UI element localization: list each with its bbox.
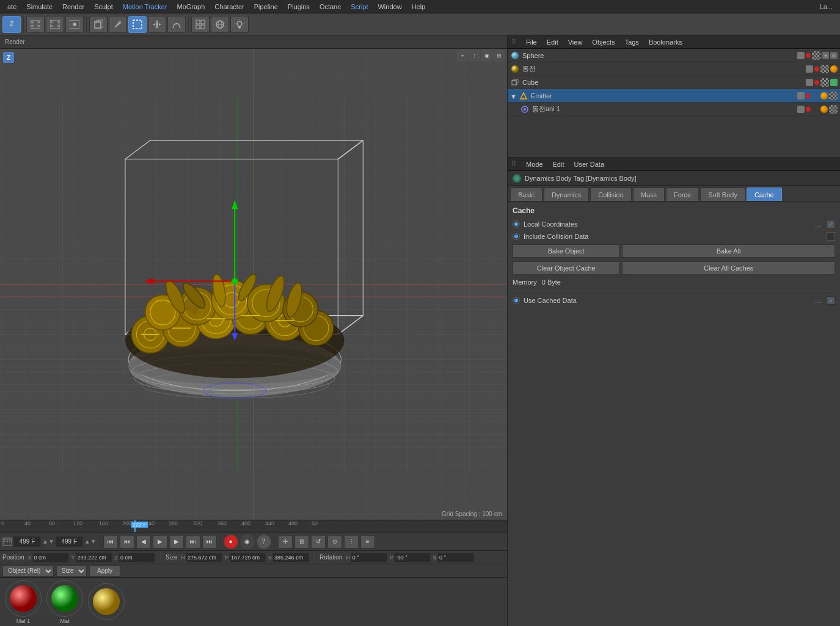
- timeline-area[interactable]: 0 40 80 120 160 200 240 280 320 360 400 …: [0, 520, 507, 532]
- include-collision-radio[interactable]: [513, 233, 520, 240]
- toolbar-cube-btn[interactable]: [89, 16, 108, 33]
- pb-next-frame[interactable]: ▶: [169, 535, 184, 548]
- pp-tab-softbody[interactable]: Soft Body: [700, 187, 745, 201]
- om-view[interactable]: View: [566, 38, 585, 46]
- pb-extra-4[interactable]: ⊙: [327, 535, 342, 548]
- om-sphere-tag-2[interactable]: ⊞: [830, 52, 838, 59]
- toolbar-select-btn[interactable]: [128, 16, 147, 33]
- pb-next-key[interactable]: ⏭: [186, 535, 200, 548]
- om-coinani-vis[interactable]: [797, 106, 805, 113]
- clear-object-cache-button[interactable]: Clear Object Cache: [513, 261, 619, 275]
- om-emitter-vis[interactable]: [797, 92, 805, 100]
- menu-window[interactable]: Window: [373, 0, 406, 13]
- toolbar-film-btn[interactable]: [26, 16, 45, 33]
- mat-1-swatch[interactable]: [5, 580, 42, 617]
- size-b-input[interactable]: [272, 553, 309, 562]
- om-cube-vis[interactable]: [806, 79, 813, 86]
- pb-prev-key[interactable]: ⏮: [120, 535, 134, 548]
- apply-button[interactable]: Apply: [89, 566, 120, 577]
- pb-extra-5[interactable]: ⋮: [344, 535, 359, 548]
- menu-layout[interactable]: La...: [815, 0, 838, 13]
- om-cube-row[interactable]: Cube: [508, 76, 840, 89]
- view-ctrl-2[interactable]: ↕: [469, 50, 480, 61]
- mat-3-swatch[interactable]: [88, 583, 125, 620]
- menu-pipeline[interactable]: Pipeline: [249, 0, 283, 13]
- toolbar-grid-btn[interactable]: [191, 16, 210, 33]
- om-coinani-row[interactable]: 동전ani 1: [508, 103, 840, 116]
- om-objects[interactable]: Objects: [590, 38, 617, 46]
- rot-h-input[interactable]: [351, 553, 387, 562]
- pb-extra-6[interactable]: ≡: [360, 535, 375, 548]
- viewport-canvas[interactable]: Z: [0, 49, 507, 520]
- menu-plugins[interactable]: Plugins: [283, 0, 315, 13]
- menu-motion-tracker[interactable]: Motion Tracker: [118, 0, 172, 13]
- toolbar-film-btn-2[interactable]: [46, 16, 64, 33]
- om-emitter-expand[interactable]: ▼: [510, 93, 516, 99]
- menu-character[interactable]: Character: [210, 0, 249, 13]
- bake-object-button[interactable]: Bake Object: [513, 244, 619, 258]
- pp-edit[interactable]: Edit: [550, 161, 567, 168]
- toolbar-light-btn[interactable]: [230, 16, 249, 33]
- pos-z-input[interactable]: [119, 553, 155, 562]
- pb-rec-pos[interactable]: ●: [224, 534, 238, 549]
- menu-mograph[interactable]: MoGraph: [172, 0, 210, 13]
- pp-mode[interactable]: Mode: [524, 161, 546, 168]
- rot-p-input[interactable]: [394, 553, 431, 562]
- pb-rec-rot[interactable]: ◉: [240, 534, 255, 549]
- pb-extra-2[interactable]: ⊞: [294, 535, 309, 548]
- menu-render[interactable]: Render: [57, 0, 89, 13]
- frame-field-2[interactable]: [56, 536, 83, 547]
- menu-octane[interactable]: Octane: [315, 0, 346, 13]
- pp-tab-cache[interactable]: Cache: [747, 187, 782, 201]
- om-coin-row[interactable]: 동전: [508, 62, 840, 76]
- om-edit[interactable]: Edit: [544, 38, 561, 46]
- mat-2-swatch[interactable]: [46, 580, 83, 617]
- toolbar-sphere-btn[interactable]: [211, 16, 229, 33]
- om-sphere-vis[interactable]: [797, 52, 805, 59]
- pb-skip-end[interactable]: ⏭: [202, 535, 217, 548]
- pb-extra-1[interactable]: ✛: [278, 535, 293, 548]
- use-cached-check[interactable]: ✓: [827, 296, 835, 305]
- pp-userdata[interactable]: User Data: [572, 161, 607, 168]
- pos-x-input[interactable]: [32, 553, 69, 562]
- pp-tab-force[interactable]: Force: [666, 187, 699, 201]
- frame-field[interactable]: [13, 536, 41, 547]
- om-bookmarks[interactable]: Bookmarks: [646, 38, 685, 46]
- size-mode-select[interactable]: Size: [56, 566, 87, 577]
- view-ctrl-1[interactable]: +: [457, 50, 468, 61]
- toolbar-move-btn[interactable]: [148, 16, 166, 33]
- menu-sculpt[interactable]: Sculpt: [89, 0, 118, 13]
- view-ctrl-4[interactable]: ⊞: [494, 50, 505, 61]
- pb-extra-3[interactable]: ↺: [311, 535, 326, 548]
- pp-tab-basic[interactable]: Basic: [510, 187, 542, 201]
- include-collision-check[interactable]: [827, 232, 835, 241]
- pos-y-input[interactable]: [76, 553, 112, 562]
- clear-all-caches-button[interactable]: Clear All Caches: [622, 261, 835, 275]
- pb-skip-start[interactable]: ⏮: [103, 535, 118, 548]
- menu-ate[interactable]: ate: [2, 0, 21, 13]
- pb-play[interactable]: ▶: [153, 535, 167, 548]
- menu-simulate[interactable]: Simulate: [21, 0, 57, 13]
- rot-b-input[interactable]: [437, 553, 474, 562]
- toolbar-z-button[interactable]: Z: [2, 16, 21, 33]
- pb-prev-frame[interactable]: ◀: [136, 535, 151, 548]
- view-ctrl-3[interactable]: ◉: [481, 50, 492, 61]
- pp-tab-collision[interactable]: Collision: [590, 187, 632, 201]
- local-coords-check[interactable]: ✓: [827, 220, 835, 228]
- toolbar-film-btn-3[interactable]: [65, 16, 84, 33]
- size-h-input[interactable]: [186, 553, 222, 562]
- om-tags[interactable]: Tags: [623, 38, 641, 46]
- toolbar-nurbs-btn[interactable]: [167, 16, 186, 33]
- local-coords-radio[interactable]: [513, 220, 520, 228]
- om-sphere-row[interactable]: Sphere ◈ ⊞: [508, 49, 840, 62]
- menu-help[interactable]: Help: [407, 0, 431, 13]
- pp-tab-mass[interactable]: Mass: [633, 187, 665, 201]
- size-p-input[interactable]: [229, 553, 266, 562]
- om-emitter-row[interactable]: ▼ Emitter: [508, 89, 840, 103]
- object-mode-select[interactable]: Object (Rel): [2, 566, 54, 577]
- use-cached-radio[interactable]: [513, 297, 520, 304]
- pp-tab-dynamics[interactable]: Dynamics: [544, 187, 589, 201]
- menu-script[interactable]: Script: [346, 0, 373, 13]
- pb-rec-auto[interactable]: ?: [257, 534, 271, 549]
- toolbar-paint-btn[interactable]: [109, 16, 127, 33]
